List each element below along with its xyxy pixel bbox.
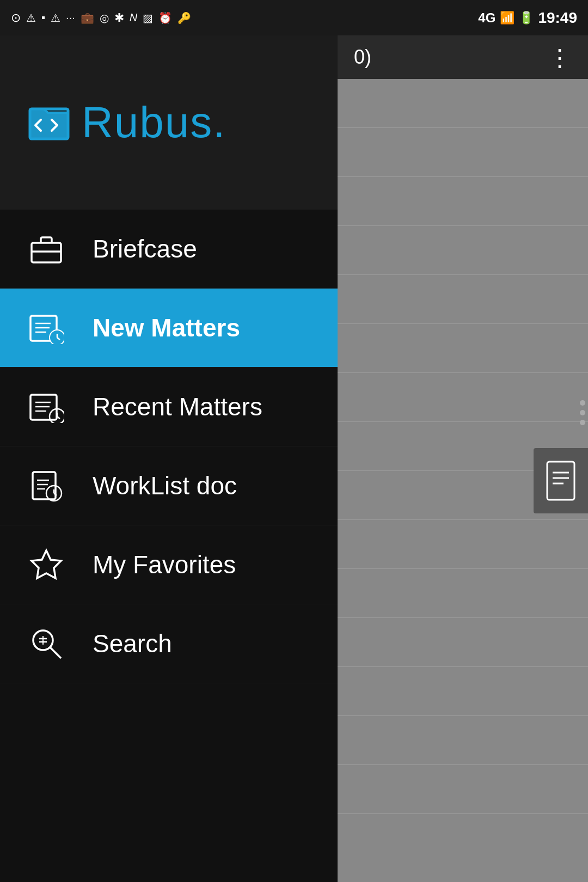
- list-item: [338, 618, 588, 667]
- right-panel-title: 0): [354, 46, 371, 69]
- alarm-icon: ⏰: [158, 11, 172, 24]
- status-icons-left: ⊙ ⚠ ▪ ⚠ ··· 💼 ◎ ✱ N ▨ ⏰ 🔑: [11, 11, 191, 25]
- bluetooth-icon: ✱: [114, 11, 124, 25]
- warning-icon-1: ⚠: [26, 11, 36, 24]
- app-name-label: Rubus.: [82, 97, 226, 148]
- worklist-icon: [27, 467, 65, 505]
- my-favorites-label: My Favorites: [93, 550, 236, 579]
- list-item: [338, 667, 588, 716]
- n-icon: N: [130, 11, 137, 24]
- scroll-dot: [580, 400, 585, 406]
- scroll-dot: [580, 410, 585, 415]
- svg-line-17: [57, 416, 60, 419]
- list-item: [338, 569, 588, 618]
- sidebar-item-briefcase[interactable]: Briefcase: [0, 210, 338, 289]
- square-icon: ▪: [41, 11, 45, 24]
- status-icons-right: 4G 📶 🔋 19:49: [478, 9, 577, 27]
- new-matters-icon: [27, 309, 65, 347]
- list-item: [338, 324, 588, 373]
- sidebar-item-search[interactable]: Search: [0, 604, 338, 683]
- search-icon: [27, 624, 65, 663]
- favorites-icon: [27, 546, 65, 584]
- right-panel-body: [338, 79, 588, 882]
- list-item: [338, 520, 588, 569]
- overflow-menu-icon[interactable]: ⋮: [548, 44, 572, 71]
- list-item: [338, 373, 588, 422]
- vibrate-icon: ▨: [143, 11, 153, 24]
- main-container: 0) ⋮: [0, 35, 588, 882]
- briefcase-icon: [27, 230, 65, 268]
- battery-icon: 🔋: [519, 11, 534, 25]
- list-item: [338, 177, 588, 226]
- worklist-label: WorkList doc: [93, 471, 237, 500]
- sidebar-item-new-matters[interactable]: New Matters: [0, 289, 338, 367]
- svg-rect-5: [32, 243, 61, 262]
- logo-wrapper: Rubus.: [27, 97, 226, 148]
- g-icon: ⊙: [11, 11, 21, 25]
- logo-area: Rubus.: [0, 35, 338, 210]
- sidebar-item-recent-matters[interactable]: Recent Matters: [0, 367, 338, 446]
- briefcase-label: Briefcase: [93, 234, 197, 264]
- recent-matters-icon: [27, 388, 65, 426]
- sidebar-item-my-favorites[interactable]: My Favorites: [0, 525, 338, 604]
- scroll-indicator: [580, 400, 585, 425]
- key-icon: 🔑: [177, 11, 191, 24]
- list-item: [338, 716, 588, 765]
- recent-matters-label: Recent Matters: [93, 392, 262, 421]
- briefcase-status-icon: 💼: [81, 11, 94, 24]
- list-item: [338, 275, 588, 324]
- dots-icon: ···: [66, 11, 75, 24]
- right-panel-header: 0) ⋮: [338, 35, 588, 79]
- list-item: [338, 765, 588, 814]
- navigation-drawer: Rubus. Briefcase: [0, 35, 338, 882]
- svg-rect-0: [547, 462, 574, 500]
- target-icon: ◎: [100, 11, 109, 24]
- rubus-watermark: [534, 448, 588, 513]
- search-label: Search: [93, 629, 172, 658]
- warning-icon-2: ⚠: [51, 11, 60, 24]
- new-matters-label: New Matters: [93, 313, 240, 342]
- nav-list: Briefcase New: [0, 210, 338, 882]
- list-item: [338, 128, 588, 177]
- sidebar-item-worklist-doc[interactable]: WorkList doc: [0, 446, 338, 525]
- svg-line-30: [50, 647, 61, 658]
- time-display: 19:49: [538, 9, 577, 27]
- right-panel-rows: [338, 79, 588, 814]
- right-panel: 0) ⋮: [338, 35, 588, 882]
- list-item: [338, 79, 588, 128]
- svg-marker-28: [32, 550, 61, 578]
- scroll-dot: [580, 420, 585, 425]
- signal-icon: 📶: [500, 11, 514, 25]
- network-type: 4G: [478, 10, 495, 26]
- rubus-logo-icon: [27, 101, 71, 144]
- list-item: [338, 226, 588, 275]
- status-bar: ⊙ ⚠ ▪ ⚠ ··· 💼 ◎ ✱ N ▨ ⏰ 🔑 4G 📶 🔋 19:49: [0, 0, 588, 35]
